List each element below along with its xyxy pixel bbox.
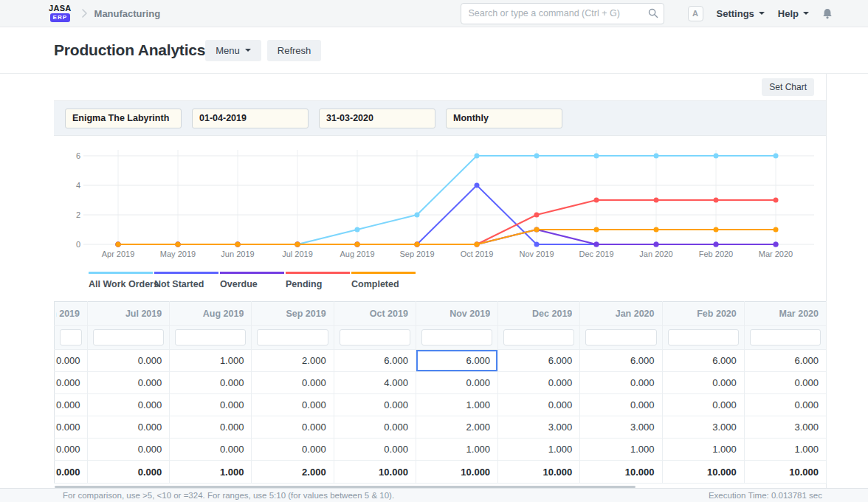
chevron-down-icon [245,49,251,52]
table-cell[interactable]: 3.000 [498,416,580,439]
svg-text:2: 2 [76,210,80,219]
table-cell[interactable]: 0.000 [55,416,88,439]
table-cell[interactable]: 0.000 [580,394,662,416]
legend-label: Pending [286,279,351,289]
settings-menu[interactable]: Settings [717,8,765,19]
table-cell[interactable]: 0.000 [662,394,744,416]
table-cell[interactable]: 3.000 [744,416,826,439]
table-cell[interactable]: 0.000 [580,372,662,394]
table-cell[interactable]: 1.000 [580,439,662,461]
table-cell[interactable]: 1.000 [662,439,744,461]
table-cell[interactable]: 0.000 [744,394,826,416]
column-filter-input[interactable] [257,329,328,345]
table-cell[interactable]: 6.000 [416,350,497,372]
navbar-right: A Settings Help [688,6,833,21]
table-cell[interactable]: 1.000 [170,350,252,372]
to-date-filter[interactable] [319,109,435,128]
table-cell[interactable]: 0.000 [88,394,170,416]
table-cell[interactable]: 3.000 [662,416,744,439]
column-filter-input[interactable] [585,329,656,345]
table-cell[interactable]: 0.000 [55,439,88,461]
set-chart-button[interactable]: Set Chart [762,78,814,96]
table-cell[interactable]: 0.000 [416,372,497,394]
from-date-filter[interactable] [192,109,309,128]
chart-dot [714,227,719,233]
table-cell[interactable]: 1.000 [744,439,826,461]
table-cell[interactable]: 0.000 [334,394,416,416]
table-cell[interactable]: 0.000 [170,416,252,439]
column-header-nov-2019[interactable]: Nov 2019 [416,302,497,326]
navbar: JASA ERP Manufacturing A Settings Help [0,0,868,27]
table-cell[interactable]: 0.000 [252,439,334,461]
column-filter-input[interactable] [503,329,574,345]
table-cell[interactable]: 0.000 [88,372,170,394]
search-input[interactable] [461,3,664,24]
breadcrumb-manufacturing[interactable]: Manufacturing [94,8,161,19]
table-cell[interactable]: 0.000 [55,394,88,416]
column-filter-input[interactable] [421,329,492,345]
table-cell[interactable]: 0.000 [55,350,88,372]
table-row: 0.0000.0000.0000.0000.0001.0001.0001.000… [55,439,827,461]
column-filter-input[interactable] [93,329,164,345]
table-cell[interactable]: 0.000 [334,416,416,439]
app-logo-text: JASA [49,4,72,13]
table-cell[interactable]: 0.000 [498,394,580,416]
table-cell[interactable]: 6.000 [498,350,580,372]
app-logo[interactable]: JASA ERP [49,4,72,22]
table-cell[interactable]: 6.000 [744,350,826,372]
table-cell[interactable]: 0.000 [88,416,170,439]
chart-dot [534,154,540,159]
range-filter[interactable] [446,109,562,128]
table-cell[interactable]: 6.000 [662,350,744,372]
column-filter-input[interactable] [175,329,246,345]
column-filter-input[interactable] [750,329,821,345]
column-header-dec-2019[interactable]: Dec 2019 [498,302,580,326]
table-cell[interactable]: 0.000 [170,394,252,416]
table-cell[interactable]: 6.000 [334,350,416,372]
search-icon [648,8,658,21]
column-header-jul-2019[interactable]: Jul 2019 [88,302,170,326]
refresh-button[interactable]: Refresh [267,40,322,61]
table-cell[interactable]: 0.000 [55,372,88,394]
legend-color-bar [286,272,350,274]
column-header-jun-2019[interactable]: Jun 2019 [55,302,88,326]
table-cell[interactable]: 0.000 [170,439,252,461]
table-cell[interactable]: 3.000 [580,416,662,439]
column-header-sep-2019[interactable]: Sep 2019 [252,302,334,326]
notifications-bell-icon[interactable] [822,8,833,19]
table-cell[interactable]: 0.000 [252,416,334,439]
table-cell[interactable]: 1.000 [416,394,497,416]
avatar[interactable]: A [688,6,703,21]
table-cell[interactable]: 0.000 [170,372,252,394]
table-cell[interactable]: 1.000 [416,439,497,461]
svg-text:6: 6 [76,151,80,160]
table-cell[interactable]: 0.000 [744,372,826,394]
menu-button[interactable]: Menu [205,40,261,61]
production-item-filter[interactable] [65,109,182,128]
table-cell[interactable]: 1.000 [498,439,580,461]
column-header-aug-2019[interactable]: Aug 2019 [170,302,252,326]
table-cell[interactable]: 0.000 [498,372,580,394]
help-menu[interactable]: Help [778,8,809,19]
column-header-jan-2020[interactable]: Jan 2020 [580,302,662,326]
column-filter-input[interactable] [60,329,82,345]
table-cell[interactable]: 0.000 [252,394,334,416]
table-cell[interactable]: 4.000 [334,372,416,394]
svg-text:Jun 2019: Jun 2019 [221,250,254,258]
table-cell[interactable]: 0.000 [88,439,170,461]
legend-color-bar [220,272,284,274]
column-filter-input[interactable] [668,329,739,345]
table-cell[interactable]: 0.000 [662,372,744,394]
table-cell[interactable]: 0.000 [334,439,416,461]
column-header-oct-2019[interactable]: Oct 2019 [334,302,416,326]
table-cell[interactable]: 2.000 [252,350,334,372]
table-cell[interactable]: 6.000 [580,350,662,372]
chart-section: Apr 2019May 2019Jun 2019Jul 2019Aug 2019… [54,136,826,289]
table-cell[interactable]: 0.000 [252,372,334,394]
table-cell[interactable]: 2.000 [416,416,497,439]
column-header-mar-2020[interactable]: Mar 2020 [744,302,826,326]
table-cell[interactable]: 0.000 [88,350,170,372]
column-header-feb-2020[interactable]: Feb 2020 [662,302,744,326]
app-logo-badge: ERP [50,13,70,22]
column-filter-input[interactable] [340,329,410,345]
